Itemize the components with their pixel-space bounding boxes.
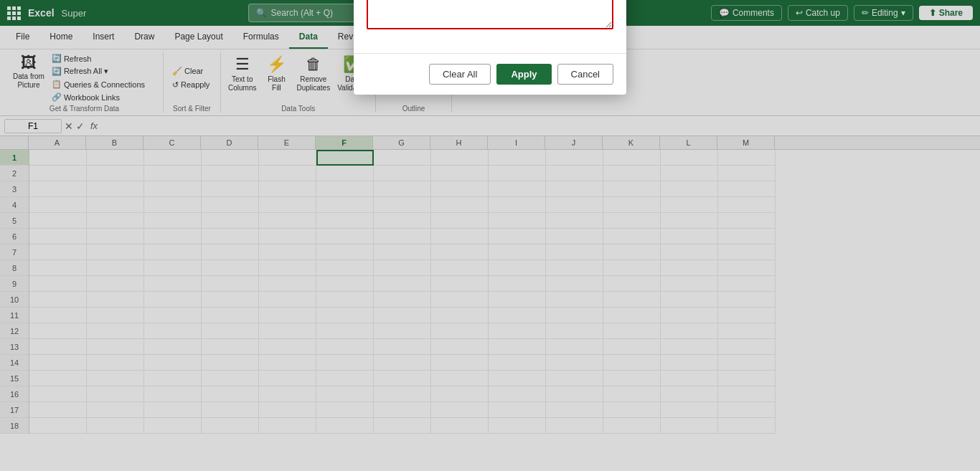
data-validation-dialog: Data Validation ✕ Settings Input Message… bbox=[354, 0, 626, 95]
message-textarea[interactable] bbox=[367, 0, 613, 29]
dialog-overlay: Data Validation ✕ Settings Input Message… bbox=[0, 0, 980, 471]
clear-all-button[interactable]: Clear All bbox=[429, 64, 491, 85]
apply-button[interactable]: Apply bbox=[496, 64, 551, 85]
cancel-button[interactable]: Cancel bbox=[557, 64, 613, 85]
dialog-footer: Clear All Apply Cancel bbox=[354, 53, 626, 95]
dialog-body: ✓ Show Message Title Message bbox=[354, 0, 626, 53]
message-field-group: Message bbox=[367, 0, 613, 32]
